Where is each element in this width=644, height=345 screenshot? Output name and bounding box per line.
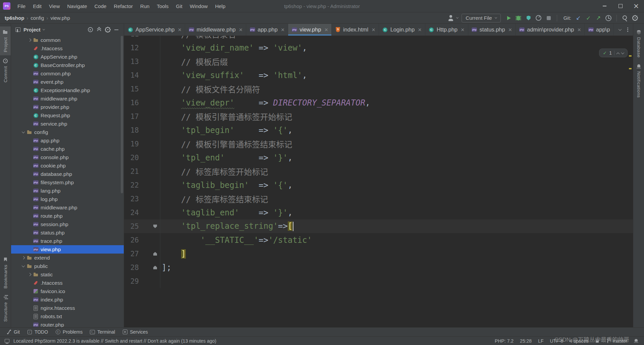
close-button[interactable] [628,0,644,12]
tree-item-router.php[interactable]: router.php [11,321,124,327]
toolwindow-todo[interactable]: TODO [24,328,51,336]
tree-item-BaseController.php[interactable]: BaseController.php [11,61,124,69]
error-stripe-mark[interactable] [629,55,632,57]
fold-end-icon[interactable] [153,252,157,256]
editor-tab-AppService.php[interactable]: AppService.php× [124,24,185,36]
close-tab-icon[interactable]: × [178,27,182,33]
code-line-26[interactable]: 26 '__STATIC__'=>'/static' [124,233,633,247]
breadcrumb-config[interactable]: config [31,15,44,21]
code-line-15[interactable]: 15 // 模板文件名分隔符 [124,82,633,96]
chevron-right-icon[interactable] [26,273,33,276]
tree-item-Request.php[interactable]: Request.php [11,111,124,120]
editor-tab-index.html[interactable]: index.html× [332,24,379,36]
maximize-button[interactable] [612,0,628,12]
tree-item-common.php[interactable]: common.php [11,69,124,78]
tree-item-lang.php[interactable]: lang.php [11,187,124,195]
debug-icon[interactable] [514,14,523,22]
code-line-27[interactable]: 27 ] [124,247,633,261]
tree-item-service.php[interactable]: service.php [11,120,124,128]
status-4-spaces[interactable]: 4 spaces [570,338,588,344]
menu-tools[interactable]: Tools [153,0,172,12]
push-icon[interactable] [594,14,603,22]
menu-help[interactable]: Help [211,0,229,12]
close-tab-icon[interactable]: × [578,27,581,33]
editor-tab-Http.php[interactable]: Http.php× [425,24,468,36]
tree-item-public[interactable]: public [11,262,124,270]
run-icon[interactable] [504,14,513,22]
project-panel-title[interactable]: Project [23,27,41,32]
tree-item-view.php[interactable]: view.php [11,245,124,254]
code-line-20[interactable]: 20 'tpl_end' => '}', [124,151,633,164]
update-icon[interactable] [574,14,583,22]
menu-run[interactable]: Run [137,0,153,12]
tree-item-cookie.php[interactable]: cookie.php [11,161,124,170]
status-php-7.2[interactable]: PHP: 7.2 [495,338,514,344]
editor-tab-view.php[interactable]: view.php× [288,24,332,36]
menu-git[interactable]: Git [172,0,186,12]
tree-item-provider.php[interactable]: provider.php [11,103,124,111]
editor-tab-app\p[interactable]: app\p [585,24,613,36]
code-line-23[interactable]: 23 // 标签库标签结束标记 [124,192,633,206]
editor-tab-status.php[interactable]: status.php× [468,24,516,36]
menu-edit[interactable]: Edit [29,0,45,12]
collapse-all-icon[interactable] [95,26,103,34]
breadcrumb-view.php[interactable]: view.php [50,15,70,21]
chevron-down-icon[interactable] [43,28,45,30]
menu-view[interactable]: View [45,0,63,12]
chevron-down-icon[interactable] [20,131,26,133]
close-tab-icon[interactable]: × [324,27,328,33]
history-icon[interactable] [604,14,613,22]
tree-item-event.php[interactable]: event.php [11,78,124,86]
tree-item-.htaccess[interactable]: .htaccess [11,279,124,287]
tool-stripe-structure[interactable]: Structure [0,291,11,325]
stop-icon[interactable] [544,14,553,22]
tree-item-middleware.php[interactable]: middleware.php [11,94,124,103]
code-line-25[interactable]: 25 'tpl_replace_string'=>[ [124,219,633,233]
minimize-button[interactable] [597,0,612,12]
tree-item-status.php[interactable]: status.php [11,228,124,237]
code-line-14[interactable]: 14 'view_suffix' => 'html', [124,68,633,82]
menu-code[interactable]: Code [91,0,110,12]
status-message[interactable]: Localized PhpStorm 2022.2.3 is available… [13,338,216,344]
tree-item-filesystem.php[interactable]: filesystem.php [11,178,124,187]
code-line-11[interactable]: 11 // 模板目录名 [124,36,633,41]
locate-icon[interactable] [86,26,94,34]
editor-tab-middleware.php[interactable]: middleware.php× [185,24,246,36]
menu-file[interactable]: File [14,0,29,12]
tool-stripe-database[interactable]: Database [633,26,644,61]
tree-item-robots.txt[interactable]: robots.txt [11,312,124,321]
close-tab-icon[interactable]: × [461,27,465,33]
tool-stripe-commit[interactable]: Commit [0,55,11,85]
toolwindow-problems[interactable]: Problems [52,328,86,336]
show-hidden-tabs-button[interactable] [616,25,624,34]
status-25-28[interactable]: 25:28 [520,338,532,344]
tree-item-cache.php[interactable]: cache.php [11,145,124,153]
tree-item-common[interactable]: common [11,36,124,44]
code-line-18[interactable]: 18 'tpl_begin' => '{', [124,123,633,137]
close-tab-icon[interactable]: × [508,27,512,33]
fold-end-icon[interactable] [153,266,157,269]
chevron-right-icon[interactable] [20,257,26,259]
hide-icon[interactable] [112,26,120,34]
status-lock[interactable] [595,338,600,343]
close-tab-icon[interactable]: × [281,27,285,33]
chevron-right-icon[interactable] [26,39,33,41]
prev-problem-icon[interactable] [616,52,620,56]
code-line-13[interactable]: 13 // 模板后缀 [124,55,633,68]
status-master[interactable]: master [606,338,627,344]
code-line-19[interactable]: 19 // 模板引擎普通标签结束标记 [124,137,633,151]
tree-item-extend[interactable]: extend [11,254,124,262]
toolwindow-services[interactable]: Services [119,328,151,336]
menu-window[interactable]: Window [186,0,211,12]
search-icon[interactable] [621,14,629,22]
settings-icon[interactable] [104,26,112,34]
user-account-icon[interactable] [446,14,455,22]
tree-item-log.php[interactable]: log.php [11,195,124,203]
tree-item-trace.php[interactable]: trace.php [11,237,124,245]
editor-tab-Login.php[interactable]: Login.php× [379,24,425,36]
tree-item-static[interactable]: static [11,270,124,279]
commit-check-icon[interactable] [584,14,593,22]
tree-item-database.php[interactable]: database.php [11,170,124,178]
coverage-icon[interactable] [524,14,533,22]
close-tab-icon[interactable]: × [239,27,243,33]
